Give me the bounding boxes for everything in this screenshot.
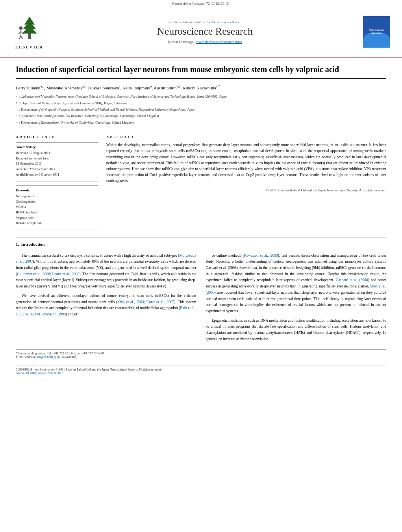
- keywords-label: Keywords:: [16, 188, 98, 192]
- elsevier-logo: ELSEVIER: [8, 6, 51, 57]
- aff-e: e e Department of Biochemistry, Universi…: [16, 120, 386, 126]
- body-divider: [16, 237, 386, 238]
- intro-section-title: 1. Introduction: [16, 242, 386, 247]
- article-content: Induction of superficial cortical layer …: [0, 58, 402, 381]
- abstract-column: ABSTRACT Within the developing mammalian…: [106, 135, 386, 234]
- ref-shen[interactable]: Shen et al. (2006): [206, 284, 387, 295]
- keywords-block: Keywords: Neurogenesis Corticogenesis mE…: [16, 185, 98, 226]
- aff-c-sup: c: [16, 107, 17, 113]
- aff-a-text: a Laboratory of Molecular Neuroscience, …: [19, 94, 228, 100]
- header-center: Contents lists available at SciVerse Sci…: [51, 6, 359, 57]
- doi-link[interactable]: doi:10.1016/j.neures.2011.09.012: [20, 371, 63, 375]
- svg-marker-3: [22, 25, 37, 33]
- footer-info: 0168-0102/$ – see front matter © 2011 El…: [16, 365, 386, 375]
- journal-homepage: journal homepage: www.elsevier.com/locat…: [168, 40, 242, 44]
- ref-molyneaux[interactable]: Molyneaux et al., 2007: [16, 254, 196, 264]
- keywords-list: Neurogenesis Corticogenesis mESCs HDAC i…: [16, 194, 98, 226]
- svg-line-9: [21, 35, 22, 39]
- abstract-paragraph: Within the developing mammalian cortex, …: [106, 142, 386, 184]
- ref-kawasaki[interactable]: Kawasaki et al., 2000: [244, 254, 278, 258]
- abstract-text: Within the developing mammalian cortex, …: [106, 142, 386, 193]
- article-title: Induction of superficial cortical layer …: [16, 64, 386, 79]
- elsevier-tree-icon: [16, 15, 43, 43]
- history-received: Received 17 August 2011 Received in revi…: [16, 150, 98, 177]
- aff-e-text: e Department of Biochemistry, University…: [19, 120, 134, 126]
- section-title-text: Introduction: [21, 242, 45, 247]
- body-col-left: The mammalian cerebral cortex displays a…: [16, 253, 196, 345]
- aff-b: b b Department of Biology, Bogor Agricul…: [16, 101, 386, 107]
- authors: Berry Juliandia,b, Masahiko Abematsua,c,…: [16, 84, 386, 91]
- ref-ying[interactable]: Ying et al., 2003; Conti et al., 2005: [117, 300, 174, 304]
- aff-c: c c Department of Orthopaedic Surgery, G…: [16, 107, 386, 113]
- elsevier-wordmark: ELSEVIER: [15, 44, 44, 49]
- affiliations: a a Laboratory of Molecular Neuroscience…: [16, 94, 386, 126]
- abstract-header: ABSTRACT: [106, 135, 386, 139]
- left-bottom-divider: [16, 230, 98, 230]
- journal-logo-box: NeuroscienceResearch: [359, 6, 394, 57]
- header-top: ELSEVIER Contents lists available at Sci…: [8, 6, 394, 57]
- email-name: (K. Nakashima).: [57, 355, 78, 359]
- homepage-text: journal homepage:: [168, 40, 194, 44]
- aff-d-text: d Wellcome Trust Centre for Stem Cell Re…: [19, 113, 159, 119]
- ref-gaspard[interactable]: Gaspard et al. (2008): [336, 278, 369, 282]
- email-label: E-mail address:: [16, 355, 36, 359]
- page: Neuroscience Research 72 (2012) 23–31: [0, 0, 402, 532]
- homepage-link[interactable]: www.elsevier.com/locate/neures: [196, 40, 242, 44]
- history-block: Article history: Received 17 August 2011…: [16, 142, 98, 177]
- journal-logo-text: NeuroscienceResearch: [369, 28, 385, 35]
- aff-d: d d Wellcome Trust Centre for Stem Cell …: [16, 113, 386, 119]
- info-abstract-columns: ARTICLE INFO Article history: Received 1…: [16, 135, 386, 234]
- journal-header: Neuroscience Research 72 (2012) 23–31: [0, 0, 402, 58]
- aff-c-text: c Department of Orthopaedic Surgery, Gra…: [19, 107, 195, 113]
- divider: [16, 131, 386, 131]
- article-info-column: ARTICLE INFO Article history: Received 1…: [16, 135, 98, 234]
- svg-point-4: [19, 26, 22, 30]
- sciverse-line: Contents lists available at SciVerse Sci…: [169, 20, 241, 24]
- email-link[interactable]: kin@bs.naist.jp: [37, 355, 56, 359]
- body-col-right: co-culture methods (Kawasaki et al., 200…: [206, 253, 387, 345]
- svg-line-6: [19, 32, 21, 34]
- aff-b-sup: b: [16, 101, 17, 107]
- footnote: * Corresponding author. Tel.: +81 743 72…: [16, 349, 386, 359]
- article-info-header: ARTICLE INFO: [16, 135, 98, 139]
- ref-guillemot[interactable]: Guillemot et al., 2006; Leone et al., 20…: [17, 272, 79, 276]
- citation-line: Neuroscience Research 72 (2012) 23–31: [8, 0, 394, 6]
- intro-para-1: The mammalian cerebral cortex displays a…: [16, 253, 196, 290]
- aff-e-sup: e: [16, 120, 17, 126]
- history-label: Article history:: [16, 145, 98, 149]
- citation-text: Neuroscience Research 72 (2012) 23–31: [172, 2, 230, 6]
- intro-para-2: We have devised an adherent monolayer cu…: [16, 293, 196, 318]
- body-columns: The mammalian cerebral cortex displays a…: [16, 253, 386, 345]
- aff-d-sup: d: [16, 113, 17, 119]
- copyright: © 2011 Elsevier Ireland Ltd and the Japa…: [106, 187, 386, 193]
- corresponding-author: * Corresponding author. Tel.: +81 743 72…: [16, 352, 386, 355]
- ref-bain[interactable]: Bain et al., 1995; Wiles and Johansson, …: [16, 306, 196, 316]
- svg-line-8: [19, 35, 20, 39]
- email-address: E-mail address: kin@bs.naist.jp (K. Naka…: [16, 355, 386, 359]
- aff-b-text: b Department of Biology, Bogor Agricultu…: [19, 101, 127, 107]
- issn-line: 0168-0102/$ – see front matter © 2011 El…: [16, 368, 386, 371]
- journal-title: Neuroscience Research: [157, 26, 253, 37]
- sciverse-prefix: Contents lists available at: [169, 20, 206, 24]
- journal-logo-graphic: NeuroscienceResearch: [363, 16, 390, 48]
- aff-a-sup: a: [16, 94, 17, 100]
- keywords-divider: [16, 181, 98, 182]
- intro-para-3: co-culture methods (Kawasaki et al., 200…: [206, 253, 387, 315]
- doi-line: doi:doi:10.1016/j.neures.2011.09.012: [16, 371, 386, 375]
- sciverse-link[interactable]: SciVerse ScienceDirect: [207, 20, 241, 24]
- section-number: 1.: [16, 242, 19, 247]
- aff-a: a a Laboratory of Molecular Neuroscience…: [16, 94, 386, 100]
- intro-para-4: Epigenetic mechanisms such as DNA methyl…: [206, 318, 387, 343]
